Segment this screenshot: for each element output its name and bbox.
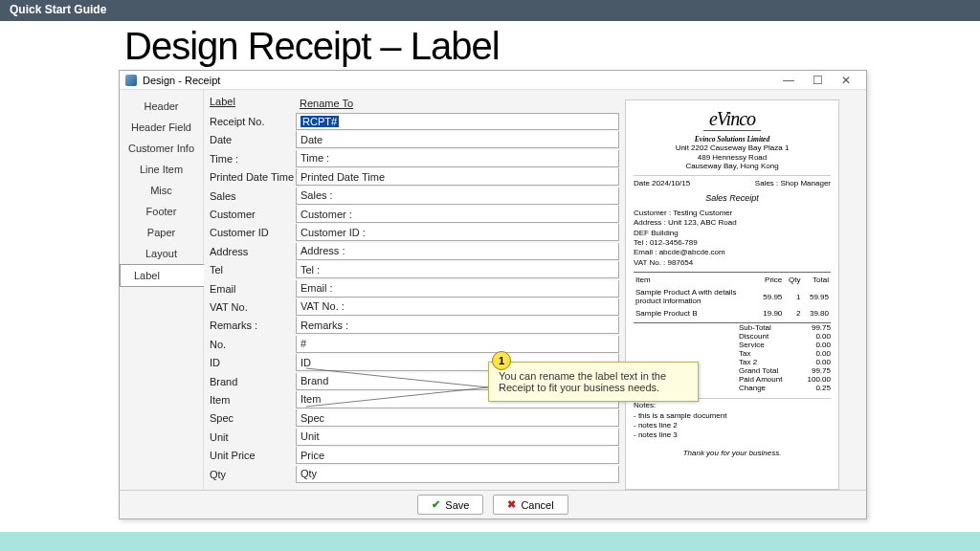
label-row: TelTel : bbox=[210, 261, 619, 279]
sidebar-item-footer[interactable]: Footer bbox=[120, 201, 203, 222]
sidebar-item-line-item[interactable]: Line Item bbox=[120, 159, 203, 180]
save-button[interactable]: ✔Save bbox=[417, 495, 483, 515]
maximize-button[interactable]: ☐ bbox=[803, 74, 832, 87]
callout-box: You can rename the label text in the Rec… bbox=[488, 362, 699, 402]
sidebar-item-header-field[interactable]: Header Field bbox=[120, 117, 203, 138]
preview-heading: Sales Receipt bbox=[634, 193, 831, 203]
section-sidebar: HeaderHeader FieldCustomer InfoLine Item… bbox=[120, 90, 204, 490]
label-row: Remarks :Remarks : bbox=[210, 317, 619, 335]
rename-input[interactable]: Price bbox=[296, 447, 619, 464]
callout-badge: 1 bbox=[492, 351, 511, 370]
page-title: Design Receipt – Label bbox=[0, 21, 980, 68]
rename-input[interactable]: Date bbox=[296, 131, 619, 148]
label-row: QtyQty bbox=[210, 465, 619, 483]
rename-input[interactable]: RCPT# bbox=[296, 113, 619, 130]
label-form: LabelRename ToReceipt No.RCPT#DateDateTi… bbox=[204, 90, 625, 490]
guide-topbar: Quick Start Guide bbox=[0, 0, 980, 21]
rename-input[interactable]: Sales : bbox=[296, 187, 619, 205]
window-title: Design - Receipt bbox=[143, 75, 220, 86]
minimize-button[interactable]: — bbox=[774, 74, 803, 87]
label-row: VAT No.VAT No. : bbox=[210, 298, 619, 316]
label-name: Item bbox=[210, 394, 296, 406]
label-name: Brand bbox=[210, 376, 296, 387]
label-name: Receipt No. bbox=[210, 116, 296, 127]
preview-customer: Customer : Testing CustomerAddress : Uni… bbox=[634, 209, 831, 268]
window-icon bbox=[125, 75, 137, 86]
rename-input[interactable]: Unit bbox=[296, 429, 619, 446]
preview-company: Evinco Solutions Limited bbox=[634, 135, 831, 143]
rename-input[interactable]: Qty bbox=[296, 466, 619, 483]
label-name: Tel bbox=[210, 264, 296, 276]
design-receipt-window: Design - Receipt — ☐ ✕ HeaderHeader Fiel… bbox=[119, 70, 867, 519]
preview-address: Unit 2202 Causeway Bay Plaza 1489 Hennes… bbox=[634, 143, 831, 171]
sidebar-item-paper[interactable]: Paper bbox=[120, 222, 203, 243]
window-titlebar: Design - Receipt — ☐ ✕ bbox=[120, 71, 866, 90]
label-name: Qty bbox=[210, 469, 296, 480]
cancel-button[interactable]: ✖Cancel bbox=[493, 495, 568, 515]
label-row: Customer IDCustomer ID : bbox=[210, 224, 619, 242]
label-row: AddressAddress : bbox=[210, 242, 619, 260]
col1-header: Label bbox=[210, 96, 296, 111]
preview-thanks: Thank you for your business. bbox=[634, 449, 831, 457]
label-row: Printed Date TimePrinted Date Time bbox=[210, 168, 619, 187]
sidebar-item-layout[interactable]: Layout bbox=[120, 243, 203, 264]
label-name: Time : bbox=[210, 153, 296, 165]
preview-items: ItemPriceQtyTotalSample Product A with d… bbox=[634, 272, 831, 320]
rename-input[interactable]: Printed Date Time bbox=[296, 168, 619, 186]
sidebar-item-customer-info[interactable]: Customer Info bbox=[120, 138, 203, 159]
label-name: ID bbox=[210, 357, 296, 368]
cross-icon: ✖ bbox=[507, 498, 516, 511]
label-name: Remarks : bbox=[210, 320, 296, 331]
label-name: Unit bbox=[210, 431, 296, 443]
label-name: Printed Date Time bbox=[210, 171, 296, 183]
rename-input[interactable]: Customer : bbox=[296, 206, 619, 223]
rename-input[interactable]: VAT No. : bbox=[296, 298, 619, 316]
rename-input[interactable]: Remarks : bbox=[296, 317, 619, 334]
label-row: Time :Time : bbox=[210, 149, 619, 167]
label-name: Address bbox=[210, 246, 296, 257]
label-row: EmailEmail : bbox=[210, 279, 619, 298]
close-button[interactable]: ✕ bbox=[832, 74, 860, 87]
sidebar-item-label[interactable]: Label bbox=[120, 264, 204, 287]
label-row: No.# bbox=[210, 335, 619, 353]
label-row: SpecSpec bbox=[210, 409, 619, 428]
label-name: Customer ID bbox=[210, 227, 296, 238]
label-name: Date bbox=[210, 134, 296, 145]
label-name: Email bbox=[210, 283, 296, 295]
label-name: Customer bbox=[210, 209, 296, 220]
label-name: Unit Price bbox=[210, 450, 296, 461]
receipt-preview: eVincoEvinco Solutions LimitedUnit 2202 … bbox=[625, 99, 839, 490]
bottom-bar bbox=[0, 532, 980, 551]
label-row: SalesSales : bbox=[210, 187, 619, 205]
label-row: Unit PricePrice bbox=[210, 446, 619, 464]
preview-notes: Notes:- this is a sample document- notes… bbox=[634, 398, 831, 441]
rename-input[interactable]: Email : bbox=[296, 280, 619, 298]
rename-input[interactable]: Time : bbox=[296, 150, 619, 167]
sidebar-item-misc[interactable]: Misc bbox=[120, 180, 203, 201]
check-icon: ✔ bbox=[432, 498, 440, 511]
label-name: Spec bbox=[210, 412, 296, 424]
rename-input[interactable]: Tel : bbox=[296, 261, 619, 278]
rename-input[interactable]: Address : bbox=[296, 243, 619, 260]
button-bar: ✔Save ✖Cancel bbox=[120, 490, 866, 518]
rename-input[interactable]: Customer ID : bbox=[296, 224, 619, 241]
label-row: DateDate bbox=[210, 131, 619, 149]
preview-logo: eVinco bbox=[703, 108, 761, 131]
label-row: UnitUnit bbox=[210, 428, 619, 446]
col2-header: Rename To bbox=[296, 96, 619, 111]
label-row: CustomerCustomer : bbox=[210, 205, 619, 223]
label-name: VAT No. bbox=[210, 301, 296, 313]
label-name: No. bbox=[210, 339, 296, 350]
sidebar-item-header[interactable]: Header bbox=[120, 96, 203, 117]
rename-input[interactable]: Spec bbox=[296, 409, 619, 427]
label-row: Receipt No.RCPT# bbox=[210, 112, 619, 130]
label-name: Sales bbox=[210, 190, 296, 202]
rename-input[interactable]: # bbox=[296, 336, 619, 353]
